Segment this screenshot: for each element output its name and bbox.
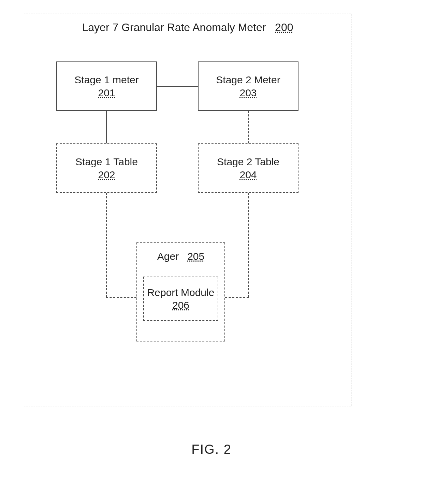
stage2-meter-box: Stage 2 Meter 203 — [198, 61, 298, 111]
figure-caption: FIG. 2 — [0, 442, 423, 457]
connector-stage1-to-ager-h — [106, 297, 136, 298]
connector-stage1-meter-to-table — [106, 111, 107, 143]
stage1-table-ref: 202 — [98, 168, 115, 181]
stage2-meter-ref: 203 — [239, 86, 257, 99]
stage1-meter-box: Stage 1 meter 201 — [56, 61, 157, 111]
report-module-label: Report Module — [147, 286, 215, 299]
stage2-table-label: Stage 2 Table — [217, 155, 279, 168]
report-module-ref: 206 — [172, 299, 189, 312]
connector-stage1-table-down — [106, 193, 107, 297]
connector-stage2-to-ager-h — [225, 297, 249, 298]
diagram-canvas: Layer 7 Granular Rate Anomaly Meter 200 … — [0, 0, 423, 504]
stage1-meter-label: Stage 1 meter — [74, 73, 138, 86]
ager-ref: 205 — [187, 251, 204, 262]
stage1-meter-ref: 201 — [98, 86, 115, 99]
diagram-title-ref: 200 — [275, 21, 293, 33]
ager-title-row: Ager 205 — [157, 250, 204, 263]
report-module-box: Report Module 206 — [143, 277, 218, 321]
connector-stage2-table-down — [248, 193, 249, 297]
stage2-table-ref: 204 — [239, 168, 257, 181]
stage2-table-box: Stage 2 Table 204 — [198, 143, 298, 193]
diagram-title: Layer 7 Granular Rate Anomaly Meter 200 — [24, 21, 351, 34]
diagram-title-text: Layer 7 Granular Rate Anomaly Meter — [82, 21, 266, 33]
connector-stage2-meter-to-table — [248, 111, 249, 143]
stage1-table-box: Stage 1 Table 202 — [56, 143, 157, 193]
connector-stage1-stage2 — [157, 86, 198, 87]
stage1-table-label: Stage 1 Table — [75, 155, 138, 168]
ager-label: Ager — [157, 251, 179, 262]
stage2-meter-label: Stage 2 Meter — [216, 73, 280, 86]
